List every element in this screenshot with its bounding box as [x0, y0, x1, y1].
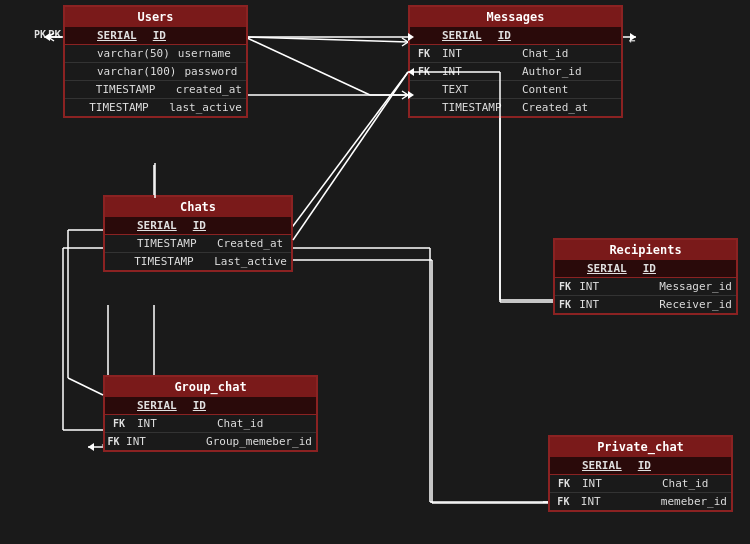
- group-chat-row1-fk: FK: [105, 416, 133, 431]
- recipients-row2-type: INT: [575, 296, 655, 313]
- recipients-table-header: Recipients: [555, 240, 736, 260]
- group-chat-row-1: FK INT Chat_id: [105, 415, 316, 433]
- messages-row4-type: TIMESTAMP: [438, 99, 518, 116]
- users-row4-name: last_active: [165, 99, 246, 116]
- users-row4-type: TIMESTAMP: [85, 99, 165, 116]
- chats-row-1: TIMESTAMP Created_at: [105, 235, 291, 253]
- chats-table: Chats SERIAL ID TIMESTAMP Created_at TIM…: [103, 195, 293, 272]
- group-chat-col-headers: SERIAL ID: [105, 397, 316, 415]
- users-table-header: Users: [65, 7, 246, 27]
- private-chat-row2-name: memeber_id: [657, 493, 731, 510]
- svg-text:PK: PK: [34, 29, 46, 40]
- private-chat-row2-fk: FK: [550, 494, 577, 509]
- messages-table-header: Messages: [410, 7, 621, 27]
- chats-row2-pk: [105, 260, 130, 264]
- chats-title: Chats: [180, 200, 216, 214]
- messages-col-headers: SERIAL ID: [410, 27, 621, 45]
- svg-text:←: ←: [629, 34, 636, 47]
- users-row4-pk: [65, 106, 85, 110]
- private-chat-row1-type: INT: [578, 475, 658, 492]
- users-col-headers: SERIAL ID: [65, 27, 246, 45]
- messages-row3-type: TEXT: [438, 81, 518, 98]
- private-chat-row1-name: Chat_id: [658, 475, 712, 492]
- private-chat-row1-fk: FK: [550, 476, 578, 491]
- recipients-row-2: FK INT Receiver_id: [555, 296, 736, 313]
- users-row1-pk: [65, 52, 93, 56]
- messages-row1-fk: FK: [410, 46, 438, 61]
- users-pk-header: [65, 27, 93, 44]
- recipients-id-header: ID: [639, 260, 660, 277]
- private-chat-serial-header: SERIAL: [578, 457, 626, 474]
- messages-row1-name: Chat_id: [518, 45, 572, 62]
- users-row1-name: username: [174, 45, 235, 62]
- messages-row-2: FK INT Author_id: [410, 63, 621, 81]
- group-chat-serial-header: SERIAL: [133, 397, 181, 414]
- messages-row4-fk: [410, 106, 438, 110]
- svg-marker-37: [88, 443, 94, 451]
- group-chat-table: Group_chat SERIAL ID FK INT Chat_id FK I…: [103, 375, 318, 452]
- chats-pk-header: [105, 217, 133, 234]
- messages-row-4: TIMESTAMP Created_at: [410, 99, 621, 116]
- users-table: Users SERIAL ID varchar(50) username var…: [63, 5, 248, 118]
- users-row2-pk: [65, 70, 93, 74]
- messages-row4-name: Created_at: [518, 99, 592, 116]
- chats-row2-type: TIMESTAMP: [130, 253, 210, 270]
- recipients-row1-type: INT: [575, 278, 655, 295]
- recipients-table: Recipients SERIAL ID FK INT Messager_id …: [553, 238, 738, 315]
- recipients-pk-header: [555, 260, 583, 277]
- chats-row-2: TIMESTAMP Last_active: [105, 253, 291, 270]
- recipients-row2-fk: FK: [555, 297, 575, 312]
- svg-line-6: [290, 72, 408, 230]
- private-chat-pk-header: [550, 457, 578, 474]
- users-row2-type: varchar(100): [93, 63, 180, 80]
- private-chat-row2-type: INT: [577, 493, 657, 510]
- chats-row1-type: TIMESTAMP: [133, 235, 213, 252]
- messages-pk-header: [410, 27, 438, 44]
- private-chat-title: Private_chat: [597, 440, 684, 454]
- users-row-1: varchar(50) username: [65, 45, 246, 63]
- group-chat-row2-type: INT: [122, 433, 202, 450]
- group-chat-row-2: FK INT Group_memeber_id: [105, 433, 316, 450]
- recipients-col-headers: SERIAL ID: [555, 260, 736, 278]
- group-chat-row1-type: INT: [133, 415, 213, 432]
- messages-id-header: ID: [494, 27, 515, 44]
- svg-line-2: [245, 37, 408, 42]
- messages-serial-header: SERIAL: [438, 27, 486, 44]
- messages-row2-type: INT: [438, 63, 518, 80]
- private-chat-row-1: FK INT Chat_id: [550, 475, 731, 493]
- group-chat-table-header: Group_chat: [105, 377, 316, 397]
- chats-serial-header: SERIAL: [133, 217, 181, 234]
- chats-row2-name: Last_active: [210, 253, 291, 270]
- svg-line-3: [245, 37, 370, 95]
- private-chat-table-header: Private_chat: [550, 437, 731, 457]
- private-chat-table: Private_chat SERIAL ID FK INT Chat_id FK…: [548, 435, 733, 512]
- recipients-title: Recipients: [609, 243, 681, 257]
- svg-marker-28: [630, 33, 636, 41]
- messages-row3-name: Content: [518, 81, 572, 98]
- users-title: Users: [137, 10, 173, 24]
- messages-row-1: FK INT Chat_id: [410, 45, 621, 63]
- users-row-2: varchar(100) password: [65, 63, 246, 81]
- messages-title: Messages: [487, 10, 545, 24]
- messages-table: Messages SERIAL ID FK INT Chat_id FK INT…: [408, 5, 623, 118]
- group-chat-row1-name: Chat_id: [213, 415, 267, 432]
- chats-row1-name: Created_at: [213, 235, 287, 252]
- users-row2-name: password: [180, 63, 241, 80]
- users-row-3: TIMESTAMP created_at: [65, 81, 246, 99]
- users-row1-type: varchar(50): [93, 45, 174, 62]
- group-chat-pk-header: [105, 397, 133, 414]
- group-chat-row2-name: Group_memeber_id: [202, 433, 316, 450]
- group-chat-title: Group_chat: [174, 380, 246, 394]
- private-chat-col-headers: SERIAL ID: [550, 457, 731, 475]
- private-chat-row-2: FK INT memeber_id: [550, 493, 731, 510]
- messages-row2-name: Author_id: [518, 63, 586, 80]
- group-chat-id-header: ID: [189, 397, 210, 414]
- users-row3-type: TIMESTAMP: [92, 81, 172, 98]
- er-diagram: PK ←: [0, 0, 750, 544]
- svg-line-30: [293, 72, 408, 240]
- recipients-row2-name: Receiver_id: [655, 296, 736, 313]
- group-chat-row2-fk: FK: [105, 434, 122, 449]
- private-chat-id-header: ID: [634, 457, 655, 474]
- users-row-4: TIMESTAMP last_active: [65, 99, 246, 116]
- recipients-serial-header: SERIAL: [583, 260, 631, 277]
